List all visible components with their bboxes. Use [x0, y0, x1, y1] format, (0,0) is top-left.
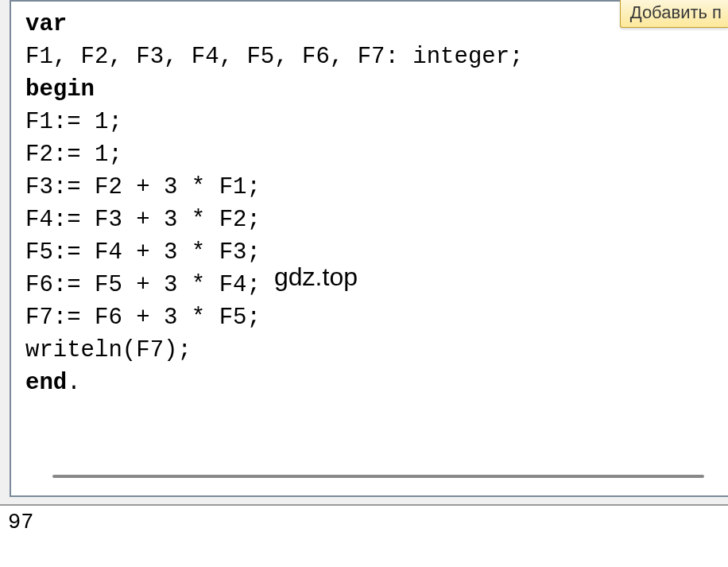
add-button[interactable]: Добавить п [620, 0, 728, 28]
output-pane: 97 [0, 504, 728, 567]
code-editor-pane[interactable]: var F1, F2, F3, F4, F5, F6, F7: integer;… [10, 0, 728, 497]
code-line-12-rest: . [67, 370, 80, 396]
code-line-7: F4:= F3 + 3 * F2; [25, 207, 261, 233]
code-line-2: F1, F2, F3, F4, F5, F6, F7: integer; [25, 44, 524, 70]
code-text[interactable]: var F1, F2, F3, F4, F5, F6, F7: integer;… [25, 8, 720, 399]
add-button-label: Добавить п [630, 2, 722, 22]
keyword-end: end [25, 370, 67, 396]
code-line-5: F2:= 1; [25, 142, 122, 168]
code-line-11: writeln(F7); [25, 337, 192, 363]
code-line-6: F3:= F2 + 3 * F1; [25, 174, 261, 200]
code-line-9: F6:= F5 + 3 * F4; [25, 272, 261, 298]
horizontal-scroll-indicator[interactable] [52, 475, 704, 478]
code-line-4: F1:= 1; [25, 109, 122, 135]
keyword-var: var [25, 11, 67, 37]
keyword-begin: begin [25, 76, 95, 103]
code-line-10: F7:= F6 + 3 * F5; [25, 305, 261, 331]
code-line-8: F5:= F4 + 3 * F3; [25, 239, 261, 266]
output-result: 97 [8, 511, 720, 534]
